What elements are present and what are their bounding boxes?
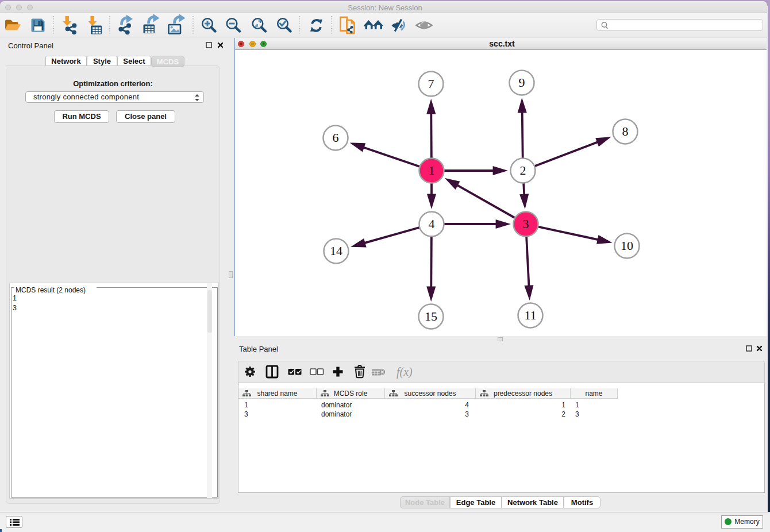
svg-text:11: 11 <box>524 308 536 322</box>
svg-text:f(x): f(x) <box>396 365 413 379</box>
svg-text:2: 2 <box>520 163 526 178</box>
svg-text:8: 8 <box>622 124 629 138</box>
svg-text:9: 9 <box>519 75 525 90</box>
svg-text:3: 3 <box>523 217 529 231</box>
svg-text:10: 10 <box>621 238 633 253</box>
svg-text:7: 7 <box>428 76 434 91</box>
svg-text:1: 1 <box>429 163 435 178</box>
svg-text:4: 4 <box>429 217 435 231</box>
svg-text:14: 14 <box>330 244 342 258</box>
svg-text:15: 15 <box>425 309 437 323</box>
svg-text:6: 6 <box>333 130 339 145</box>
